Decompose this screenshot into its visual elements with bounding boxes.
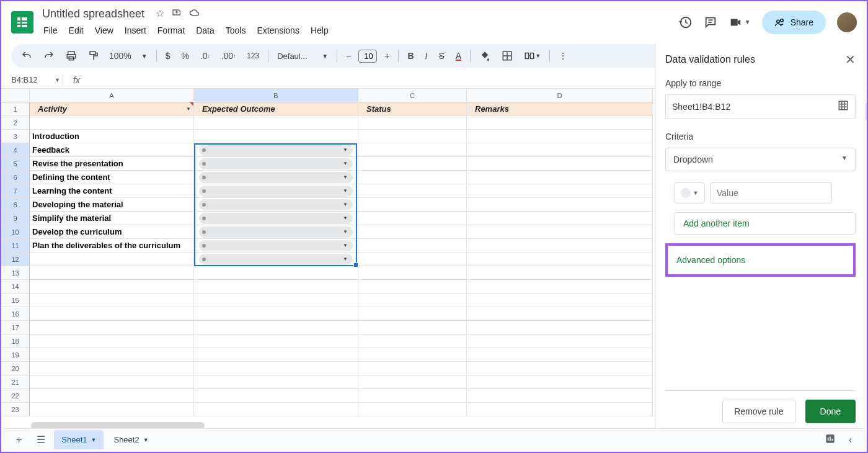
increase-font-button[interactable]: + [379,47,394,65]
cell[interactable] [194,294,358,307]
cell[interactable] [30,334,194,348]
cell[interactable] [194,239,358,253]
cell[interactable] [358,375,467,389]
percent-button[interactable]: % [177,47,194,65]
merge-button[interactable]: ▼ [519,47,546,65]
row-header[interactable]: 4 [1,143,30,157]
cell[interactable] [30,403,194,416]
cell[interactable] [358,116,467,130]
italic-button[interactable]: I [420,47,433,65]
range-text-input[interactable] [672,102,838,112]
font-select[interactable]: Defaul... [272,49,316,63]
history-icon[interactable] [679,16,693,29]
cell[interactable] [358,157,467,171]
cell[interactable] [194,403,358,416]
row-header[interactable]: 2 [1,116,30,130]
cell[interactable]: Introduction [30,130,194,143]
meet-icon[interactable]: ▼ [728,16,751,29]
cell[interactable] [194,198,358,212]
name-box[interactable]: B4:B12 ▼ [9,74,63,86]
cell[interactable] [358,280,467,294]
criteria-select[interactable]: Dropdown ▼ [665,148,856,171]
cell[interactable]: Simplify the material [30,212,194,225]
cell[interactable] [358,143,467,157]
font-size-input[interactable]: 10 [358,50,377,63]
cell[interactable] [467,212,653,225]
menu-extensions[interactable]: Extensions [252,23,304,38]
strike-button[interactable]: S [433,47,449,65]
row-header[interactable]: 10 [1,225,30,239]
menu-data[interactable]: Data [191,23,219,38]
cloud-icon[interactable] [189,7,200,21]
cell[interactable] [194,334,358,348]
cell[interactable] [358,389,467,403]
cell[interactable]: Status [358,102,467,116]
cell[interactable] [194,130,358,143]
cell[interactable] [30,348,194,362]
print-button[interactable] [61,47,82,65]
row-header[interactable]: 16 [1,307,30,321]
cell[interactable] [194,348,358,362]
cell[interactable] [30,307,194,321]
select-range-icon[interactable] [838,100,849,114]
cell[interactable] [194,280,358,294]
sheet-tab-1[interactable]: Sheet1 ▼ [54,430,104,449]
move-icon[interactable] [172,7,182,21]
decrease-font-button[interactable]: − [341,47,356,65]
doc-title[interactable]: Untitled spreadsheet [38,6,148,22]
cell[interactable] [467,403,653,416]
remove-rule-button[interactable]: Remove rule [722,400,795,423]
cell[interactable] [194,116,358,130]
menu-format[interactable]: Format [153,23,190,38]
cell[interactable] [467,116,653,130]
col-header-d[interactable]: D [467,89,653,102]
dropdown-chip[interactable] [199,186,353,197]
cell[interactable] [30,375,194,389]
share-button[interactable]: Share [762,11,826,34]
apply-range-input[interactable] [665,94,856,119]
advanced-options-button[interactable]: Advanced options [676,255,745,265]
cell[interactable] [194,184,358,198]
menu-help[interactable]: Help [306,23,334,38]
menu-file[interactable]: File [38,23,63,38]
row-header[interactable]: 8 [1,198,30,212]
decrease-decimal-button[interactable]: .0↓ [195,47,215,65]
cell[interactable] [467,294,653,307]
cell[interactable] [467,143,653,157]
cell[interactable] [467,280,653,294]
cell[interactable] [467,171,653,184]
cell[interactable] [358,294,467,307]
cell[interactable] [358,184,467,198]
cell[interactable]: Plan the deliverables of the curriculum [30,239,194,253]
add-sheet-button[interactable]: + [10,431,28,449]
dropdown-chip[interactable] [199,226,353,238]
row-header[interactable]: 6 [1,171,30,184]
row-header[interactable]: 21 [1,375,30,389]
cell[interactable] [194,389,358,403]
add-another-item-button[interactable]: Add another item [674,212,856,235]
row-header[interactable]: 3 [1,130,30,143]
cell[interactable] [467,184,653,198]
option-color-picker[interactable]: ▼ [674,182,705,204]
col-header-c[interactable]: C [358,89,467,102]
close-icon[interactable]: ✕ [845,53,856,66]
sheets-logo[interactable] [11,11,33,34]
dropdown-chip[interactable] [199,199,353,210]
cell[interactable] [467,389,653,403]
cell[interactable] [30,253,194,266]
select-all-corner[interactable] [1,89,30,102]
cell[interactable] [467,239,653,253]
cell[interactable]: Revise the presentation [30,157,194,171]
row-header[interactable]: 9 [1,212,30,225]
zoom-select[interactable]: 100% [105,48,135,63]
row-header[interactable]: 12 [1,253,30,266]
sheet-tab-1-menu[interactable]: ▼ [91,437,97,443]
row-header[interactable]: 1 [1,102,30,116]
cell[interactable] [358,307,467,321]
zoom-caret[interactable]: ▼ [136,49,153,63]
done-button[interactable]: Done [805,400,856,423]
cell[interactable]: Defining the content [30,171,194,184]
cell[interactable] [467,157,653,171]
cell[interactable] [194,225,358,239]
row-header[interactable]: 5 [1,157,30,171]
